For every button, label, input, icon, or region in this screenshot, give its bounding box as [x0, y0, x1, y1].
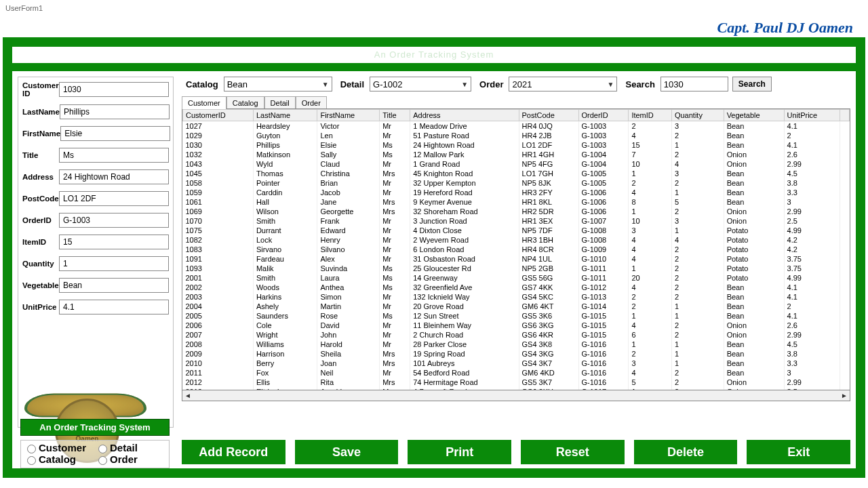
field-input-quantity[interactable]	[59, 256, 169, 271]
cell: G-1015	[578, 330, 629, 340]
search-input[interactable]	[660, 77, 728, 92]
column-header[interactable]: Address	[410, 110, 519, 121]
save-button[interactable]: Save	[295, 440, 399, 464]
cell: 2	[671, 378, 724, 387]
column-header[interactable]: CustomerID	[183, 110, 254, 121]
column-header[interactable]: PostCode	[519, 110, 578, 121]
cell: Mrs	[380, 207, 410, 216]
field-input-title[interactable]	[59, 148, 169, 163]
scroll-right-icon[interactable]: ►	[839, 392, 850, 399]
cell: Bean	[724, 349, 784, 359]
table-row[interactable]: 1059CarddinJacobMr19 Hereford RoadHR3 2F…	[183, 188, 850, 197]
field-input-customer-id[interactable]	[59, 82, 169, 97]
table-row[interactable]: 1032MatkinsonSallyMs12 Mallow ParkHR1 4G…	[183, 150, 850, 159]
field-input-vegetable[interactable]	[59, 278, 169, 293]
cell: 2.6	[784, 321, 840, 330]
field-label-vegetable: Vegetable	[22, 281, 59, 289]
field-input-lastname[interactable]	[60, 104, 170, 119]
field-input-orderid[interactable]	[59, 213, 169, 228]
add-record-button[interactable]: Add Record	[182, 440, 285, 464]
table-row[interactable]: 1061HallJaneMrs9 Keymer AvenueHR1 8KLG-1…	[183, 197, 850, 207]
cell: Bean	[724, 302, 784, 311]
reset-button[interactable]: Reset	[521, 440, 625, 464]
table-row[interactable]: 2003HarkinsSimonMr132 Icknield WayGS4 5K…	[183, 292, 850, 302]
field-input-itemid[interactable]	[59, 235, 169, 249]
data-grid[interactable]: CustomerIDLastNameFirstNameTitleAddressP…	[182, 108, 850, 390]
radio-catalog[interactable]: Catalog	[24, 453, 95, 465]
table-row[interactable]: 2011FoxNeilMr54 Bedford RoadGM6 4KDG-101…	[183, 368, 850, 378]
cell: Henry	[317, 235, 380, 245]
table-row[interactable]: 1045ThomasChristinaMrs45 Knighton RoadLO…	[183, 169, 850, 178]
horizontal-scrollbar[interactable]: ◄ ►	[182, 390, 850, 401]
column-header[interactable]: Title	[380, 110, 410, 121]
column-header[interactable]: FirstName	[317, 110, 380, 121]
tab-detail[interactable]: Detail	[264, 96, 296, 109]
table-row[interactable]: 2010BerryJoanMrs101 AubreysGS4 3K7G-1016…	[183, 359, 850, 368]
cell: Carddin	[253, 188, 317, 197]
cell: 1093	[183, 264, 254, 273]
cell: G-1016	[578, 359, 629, 368]
field-input-address[interactable]	[59, 169, 169, 184]
table-row[interactable]: 2002WoodsAntheaMs32 Greenfield AveGS7 4K…	[183, 283, 850, 292]
radio-customer[interactable]: Customer	[24, 442, 95, 453]
table-row[interactable]: 2001SmithLauraMs14 GreenwayGS5 56GG-1011…	[183, 273, 850, 283]
scroll-left-icon[interactable]: ◄	[182, 392, 193, 399]
table-row[interactable]: 1093MalikSuvindaMs25 Gloucester RdNP5 2G…	[183, 264, 850, 273]
print-button[interactable]: Print	[408, 440, 511, 464]
tab-catalog[interactable]: Catalog	[226, 96, 264, 109]
column-header[interactable]: Quantity	[671, 110, 724, 121]
table-row[interactable]: 1030PhillipsElsieMs24 Hightown RoadLO1 2…	[183, 140, 850, 150]
cell: Mrs	[380, 169, 410, 178]
table-row[interactable]: 1083SirvanoSilvanoMr6 London RoadHR4 8CR…	[183, 245, 850, 254]
table-row[interactable]: 2013EltringhamArnoldMr4 Bancroft RoadGS6…	[183, 387, 850, 390]
cell: Rita	[317, 378, 380, 387]
detail-combo[interactable]: G-1002▼	[370, 77, 471, 92]
table-row[interactable]: 1058PointerBrianMr32 Upper KemptonNP5 8J…	[183, 178, 850, 188]
table-row[interactable]: 1029GuytonLenMr51 Pasture RoadHR4 2JBG-1…	[183, 131, 850, 140]
cell: Potato	[724, 226, 784, 235]
table-row[interactable]: 1043WyldClaudMr1 Grand RoadNP5 4FGG-1004…	[183, 159, 850, 169]
cell: G-1015	[578, 311, 629, 321]
table-row[interactable]: 2006ColeDavidMr11 Bleinhem WayGS6 3KGG-1…	[183, 321, 850, 330]
radio-order[interactable]: Order	[95, 453, 166, 465]
table-row[interactable]: 2004AshelyMartinMr20 Grove RoadGM6 4KTG-…	[183, 302, 850, 311]
field-input-firstname[interactable]	[60, 126, 170, 141]
cell: 1083	[183, 245, 254, 254]
search-button[interactable]: Search	[732, 77, 772, 92]
column-header[interactable]: LastName	[253, 110, 317, 121]
table-row[interactable]: 2007WrightJohnMr2 Church RoadGS6 4KRG-10…	[183, 330, 850, 340]
table-row[interactable]: 1082LockHenryMr2 Wyevern RoadHR3 1BHG-10…	[183, 235, 850, 245]
tab-customer[interactable]: Customer	[182, 96, 226, 109]
field-input-postcode[interactable]	[59, 191, 169, 206]
table-row[interactable]: 1027HeardsleyVictorMr1 Meadow DriveHR4 0…	[183, 121, 850, 131]
delete-button[interactable]: Delete	[634, 440, 738, 464]
table-row[interactable]: 2005SaundersRoseMs12 Sun StreetGS5 3K6G-…	[183, 311, 850, 321]
catalog-combo[interactable]: Bean▼	[224, 77, 332, 92]
order-combo[interactable]: 2021▼	[509, 77, 617, 92]
cell: Mr	[380, 254, 410, 264]
column-header[interactable]: OrderID	[578, 110, 629, 121]
cell: 1070	[183, 216, 254, 226]
table-row[interactable]: 2008WilliamsHaroldMr28 Parker CloseGS4 3…	[183, 340, 850, 349]
table-row[interactable]: 2012EllisRitaMrs74 Hermitage RoadGS5 3K7…	[183, 378, 850, 387]
cell: Potato	[724, 264, 784, 273]
field-input-unitprice[interactable]	[59, 300, 169, 314]
cell: Mr	[380, 188, 410, 197]
cell: Berry	[253, 359, 317, 368]
tab-order[interactable]: Order	[296, 96, 327, 109]
exit-button[interactable]: Exit	[747, 440, 850, 464]
cell: 2	[671, 321, 724, 330]
column-header[interactable]: Vegetable	[724, 110, 784, 121]
radio-detail[interactable]: Detail	[95, 442, 166, 453]
table-row[interactable]: 1075DurrantEdwardMr4 Dixton CloseNP5 7DF…	[183, 226, 850, 235]
cell: LO1 7GH	[519, 169, 578, 178]
table-row[interactable]: 1070SmithFrankMr3 Junction RoadHR1 3EXG-…	[183, 216, 850, 226]
cell: GS6 2KU	[519, 387, 578, 390]
table-row[interactable]: 1091FardeauAlexMr31 Osbaston RoadNP4 1UL…	[183, 254, 850, 264]
cell: 1082	[183, 235, 254, 245]
column-header[interactable]: UnitPrice	[784, 110, 840, 121]
table-row[interactable]: 1069WilsonGeorgetteMrs32 Shoreham RoadHR…	[183, 207, 850, 216]
column-header[interactable]: ItemID	[629, 110, 672, 121]
cell: 2	[629, 178, 672, 188]
table-row[interactable]: 2009HarrisonSheilaMrs19 Spring RoadGS4 3…	[183, 349, 850, 359]
